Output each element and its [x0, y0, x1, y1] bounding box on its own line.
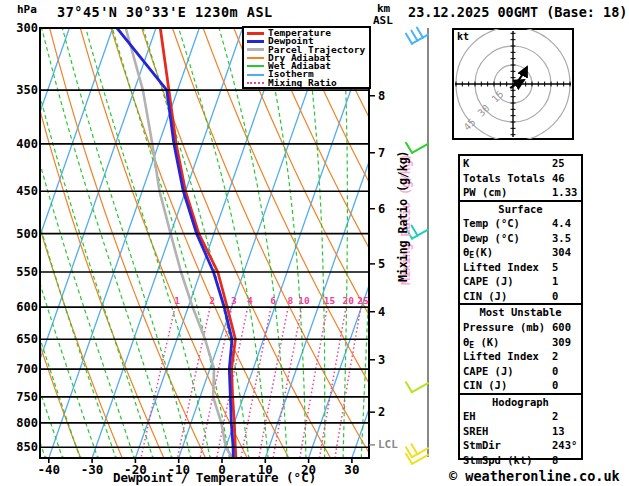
table-row: CAPE (J)0	[460, 364, 581, 379]
km-tick-label: 3	[378, 353, 385, 367]
table-row-label: Pressure (mb)	[463, 320, 552, 335]
table-row-label: Dewp (°C)	[463, 231, 552, 246]
mixing-ratio-line	[320, 307, 347, 458]
legend-line-sample	[247, 74, 264, 76]
skewt-sounding-app: 3003504004505005506006507007508008501234…	[0, 0, 629, 486]
mixing-ratio-value-label: 20	[342, 295, 354, 306]
mixing-ratio-value-label: 8	[287, 295, 293, 306]
table-row: CIN (J)0	[460, 289, 581, 304]
wet-adiabat-line	[86, 28, 212, 458]
km-tick-label: 4	[378, 305, 385, 319]
pressure-tick-label: 500	[16, 227, 38, 241]
mixing-ratio-line	[141, 307, 175, 458]
table-row: EH2	[460, 409, 581, 424]
table-section: K25Totals Totals46PW (cm)1.33	[460, 156, 581, 200]
pressure-tick-label: 600	[16, 300, 38, 314]
isotherm-line	[135, 28, 286, 458]
mixing-ratio-labels: 12346810152025	[174, 295, 369, 306]
wet-adiabat-line	[0, 28, 100, 458]
pressure-tick-label: 400	[16, 137, 38, 151]
mixing-ratio-line	[300, 307, 327, 458]
table-row-value: 2	[552, 409, 578, 424]
pressure-tick-label: 650	[16, 332, 38, 346]
table-row-value: 304	[552, 245, 578, 260]
temp-tick-label: 30	[344, 462, 359, 477]
table-row: StmSpd (kt)8	[460, 453, 581, 468]
mixing-ratio-axis-label: Mixing Ratio (g/kg)	[396, 152, 410, 282]
wind-barb	[406, 444, 428, 457]
table-row: Pressure (mb)600	[460, 320, 581, 335]
table-row-label: K	[463, 156, 552, 171]
table-row-label: CIN (J)	[463, 289, 552, 304]
table-section-header: Most Unstable	[460, 305, 581, 320]
table-row-value: 8	[552, 453, 578, 468]
table-row-value: 309	[552, 335, 578, 350]
legend-line-sample	[247, 40, 264, 43]
mixing-ratio-value-label: 1	[174, 295, 180, 306]
km-tick-label: 7	[378, 146, 385, 160]
table-section: HodographEH2SREH13StmDir243°StmSpd (kt)8	[460, 393, 581, 468]
mixing-ratio-lines-group	[141, 307, 361, 458]
table-row-label: CIN (J)	[463, 378, 552, 393]
isotherm-line	[265, 28, 416, 458]
table-row-label: Totals Totals	[463, 171, 552, 186]
hodograph: 153045	[453, 27, 573, 141]
legend-item: Mixing Ratio	[247, 79, 369, 87]
wet-adiabat-line	[23, 28, 155, 458]
table-row: PW (cm)1.33	[460, 185, 581, 200]
mixing-ratio-value-label: 3	[231, 295, 237, 306]
table-row-value: 13	[552, 424, 578, 439]
table-row-label: EH	[463, 409, 552, 424]
table-row-label: Temp (°C)	[463, 216, 552, 231]
temp-tick-label: -40	[38, 462, 61, 477]
altitude-axis: 8765432	[369, 89, 385, 445]
km-tick-label: 6	[378, 202, 385, 216]
table-row-value: 5	[552, 260, 578, 275]
wind-barb	[406, 382, 428, 392]
table-row-label: Lifted Index	[463, 349, 552, 364]
table-row-label: StmSpd (kt)	[463, 453, 552, 468]
table-row-label: Lifted Index	[463, 260, 552, 275]
pressure-tick-label: 450	[16, 184, 38, 198]
table-row-value: 3.5	[552, 231, 578, 246]
pressure-tick-label: 850	[16, 440, 38, 454]
table-row-label: SREH	[463, 424, 552, 439]
legend-line-sample	[247, 32, 264, 35]
pressure-tick-label: 300	[16, 21, 38, 35]
table-row-value: 2	[552, 349, 578, 364]
table-row-label: θE(K)	[463, 245, 552, 260]
table-row-label: CAPE (J)	[463, 364, 552, 379]
table-row: Dewp (°C)3.5	[460, 231, 581, 246]
temp-tick-label: -30	[81, 462, 104, 477]
pressure-unit-label: hPa	[17, 3, 37, 16]
wet-adiabat-line	[305, 28, 326, 458]
mixing-ratio-value-label: 6	[270, 295, 276, 306]
pressure-tick-label: 350	[16, 83, 38, 97]
table-row-value: 46	[552, 171, 578, 186]
table-row-value: 0	[552, 289, 578, 304]
table-row-value: 1.33	[552, 185, 578, 200]
wet-adiabat-line	[42, 28, 174, 458]
dry-adiabat-line	[50, 28, 206, 459]
pressure-tick-label: 550	[16, 265, 38, 279]
table-section: Most UnstablePressure (mb)600θE (K)309Li…	[460, 303, 581, 392]
table-row-label: StmDir	[463, 438, 552, 453]
pressure-tick-label: 750	[16, 390, 38, 404]
station-title: 37°45'N 30°33'E 1230m ASL	[57, 4, 273, 20]
wet-adiabat-line	[262, 28, 307, 458]
sounding-table: K25Totals Totals46PW (cm)1.33SurfaceTemp…	[458, 154, 583, 460]
x-axis-label: Dewpoint / Temperature (°C)	[113, 470, 316, 485]
mixing-ratio-value-label: 2	[209, 295, 215, 306]
table-row: Totals Totals46	[460, 171, 581, 186]
table-row-value: 1	[552, 274, 578, 289]
km-tick-label: 8	[378, 89, 385, 103]
table-row: StmDir243°	[460, 438, 581, 453]
table-row: CAPE (J)1	[460, 274, 581, 289]
table-row-value: 0	[552, 378, 578, 393]
table-row: Lifted Index2	[460, 349, 581, 364]
wet-adiabat-line	[143, 28, 250, 458]
legend-line-sample	[247, 82, 264, 84]
table-row: CIN (J)0	[460, 378, 581, 393]
table-row-label: θE (K)	[463, 335, 552, 350]
table-row-value: 25	[552, 156, 578, 171]
